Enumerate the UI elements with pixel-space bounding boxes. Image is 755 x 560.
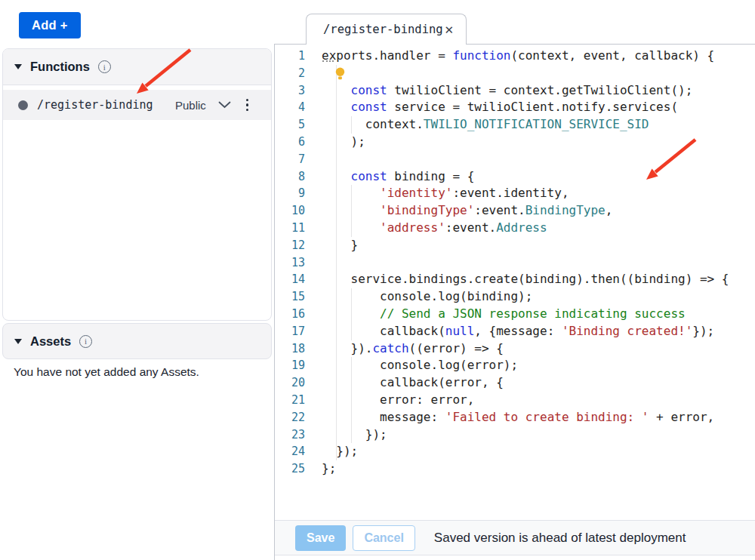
assets-section-header[interactable]: Assets i <box>2 323 272 359</box>
indent-guide <box>336 254 337 272</box>
indent-guide <box>336 220 337 237</box>
gutter-line-number: 13 <box>275 254 305 272</box>
indent-guide <box>351 374 352 392</box>
assets-section-title: Assets <box>30 334 71 349</box>
indent-guide <box>336 237 337 254</box>
code-line[interactable] <box>322 254 753 272</box>
gutter-line-number: 14 <box>275 271 305 288</box>
indent-guide <box>336 323 337 340</box>
gutter-line-number: 1 <box>275 48 305 65</box>
gutter-line-number: 15 <box>275 288 305 306</box>
add-button[interactable]: Add + <box>19 12 81 38</box>
code-line[interactable]: exports.handler = function(context, even… <box>322 48 753 65</box>
indent-guide <box>336 134 337 151</box>
function-visibility-label[interactable]: Public <box>175 99 206 112</box>
code-line[interactable]: const twilioClient = context.getTwilioCl… <box>322 82 753 100</box>
indent-guide <box>336 151 337 168</box>
indent-guide <box>336 306 337 323</box>
indent-guide <box>336 426 337 444</box>
indent-guide <box>336 340 337 358</box>
code-line[interactable]: 'address':event.Address <box>322 220 753 237</box>
functions-section-title: Functions <box>30 60 90 74</box>
save-button[interactable]: Save <box>295 525 346 551</box>
gutter-line-number: 7 <box>275 151 305 168</box>
indent-guide <box>336 392 337 409</box>
indent-guide <box>336 168 337 186</box>
code-line[interactable]: }).catch((error) => { <box>322 340 753 358</box>
collapse-triangle-icon[interactable] <box>14 64 22 69</box>
function-name: /register-binding <box>37 98 166 112</box>
code-line[interactable]: callback(null, {message: 'Binding create… <box>322 323 753 340</box>
info-icon[interactable]: i <box>79 335 92 348</box>
gutter-line-number: 5 <box>275 116 305 134</box>
code-line[interactable]: }; <box>322 460 753 478</box>
chevron-down-icon[interactable] <box>218 101 231 109</box>
indent-guide <box>336 374 337 392</box>
indent-guide <box>351 288 352 306</box>
gutter-line-number: 10 <box>275 202 305 220</box>
gutter-line-number: 8 <box>275 168 305 186</box>
code-line[interactable]: service.bindings.create(binding).then((b… <box>322 271 753 288</box>
indent-guide <box>336 409 337 426</box>
code-line[interactable]: error: error, <box>322 392 753 409</box>
indent-guide <box>351 306 352 323</box>
gutter-line-number: 20 <box>275 374 305 392</box>
indent-guide <box>336 99 337 116</box>
gutter-line-number: 12 <box>275 237 305 254</box>
indent-guide <box>336 82 337 100</box>
code-line[interactable] <box>322 65 753 82</box>
code-line[interactable]: message: 'Failed to create binding: ' + … <box>322 409 753 426</box>
indent-guide <box>336 443 337 460</box>
functions-section-header[interactable]: Functions i <box>3 49 271 85</box>
collapse-triangle-icon[interactable] <box>14 339 22 344</box>
editor-tab[interactable]: /register-binding ✕ <box>306 14 467 45</box>
code-line[interactable]: }); <box>322 426 753 444</box>
cancel-button[interactable]: Cancel <box>353 525 414 551</box>
gutter-line-number: 22 <box>275 409 305 426</box>
editor-footer-bar: Save Cancel Saved version is ahead of la… <box>275 520 755 555</box>
indent-guide <box>351 409 352 426</box>
code-line[interactable]: 'identity':event.identity, <box>322 185 753 202</box>
editor-gutter: 1234567891011121314151617181920212223242… <box>275 48 308 478</box>
code-line[interactable]: context.TWILIO_NOTIFICATION_SERVICE_SID <box>322 116 753 134</box>
code-editor-panel: 1234567891011121314151617181920212223242… <box>274 44 755 560</box>
tab-close-icon[interactable]: ✕ <box>444 24 454 35</box>
gutter-line-number: 3 <box>275 82 305 100</box>
code-line[interactable]: console.log(error); <box>322 357 753 374</box>
code-line[interactable]: ); <box>322 134 753 151</box>
functions-section: Functions i /register-binding Public <box>2 48 272 321</box>
indent-guide <box>336 271 337 288</box>
indent-guide <box>336 185 337 202</box>
indent-guide <box>351 220 352 237</box>
indent-guide <box>351 185 352 202</box>
code-line[interactable]: const binding = { <box>322 168 753 186</box>
code-line[interactable]: } <box>322 237 753 254</box>
gutter-line-number: 23 <box>275 426 305 444</box>
function-status-dot-icon <box>18 100 28 110</box>
info-icon[interactable]: i <box>98 60 111 73</box>
indent-guide <box>336 288 337 306</box>
indent-guide <box>351 426 352 444</box>
gutter-line-number: 18 <box>275 340 305 358</box>
code-line[interactable]: }); <box>322 443 753 460</box>
gutter-line-number: 21 <box>275 392 305 409</box>
code-line[interactable]: const service = twilioClient.notify.serv… <box>322 99 753 116</box>
code-line[interactable]: callback(error, { <box>322 374 753 392</box>
code-line[interactable]: console.log(binding); <box>322 288 753 306</box>
more-options-kebab-icon[interactable] <box>245 97 250 112</box>
gutter-line-number: 9 <box>275 185 305 202</box>
indent-guide <box>351 202 352 220</box>
code-line[interactable]: 'bindingType':event.BindingType, <box>322 202 753 220</box>
gutter-line-number: 24 <box>275 443 305 460</box>
code-line[interactable] <box>322 151 753 168</box>
code-lines[interactable]: exports.handler = function(context, even… <box>322 48 753 478</box>
indent-guide <box>351 116 352 134</box>
gutter-line-number: 16 <box>275 306 305 323</box>
gutter-line-number: 25 <box>275 460 305 478</box>
function-list-item[interactable]: /register-binding Public <box>3 90 271 120</box>
code-line[interactable]: // Send a JSON response indicating succe… <box>322 306 753 323</box>
deployment-status-text: Saved version is ahead of latest deploym… <box>434 531 686 546</box>
indent-guide <box>351 357 352 374</box>
indent-guide <box>351 323 352 340</box>
gutter-line-number: 11 <box>275 220 305 237</box>
